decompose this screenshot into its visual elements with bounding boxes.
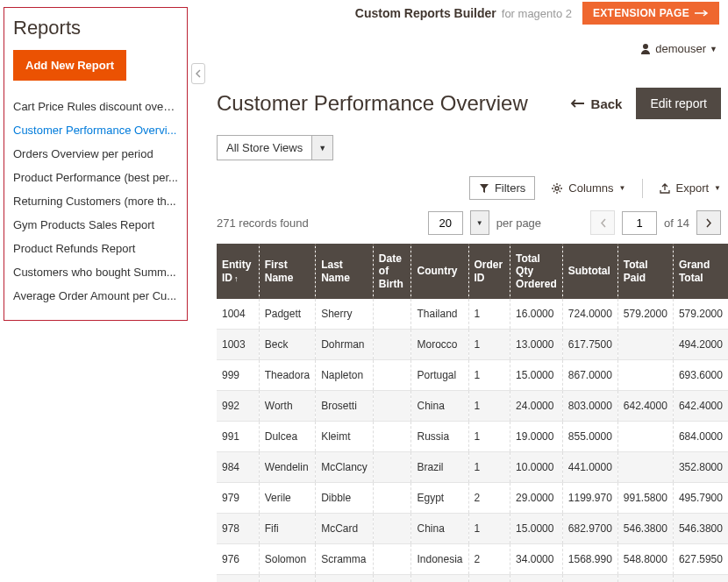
export-label: Export [676,181,710,195]
cell: 999 [217,360,259,391]
user-name: demouser [655,42,706,55]
store-view-select[interactable]: All Store Views ▼ [217,135,333,160]
per-page-dropdown[interactable]: ▼ [470,210,489,235]
cell: 15.0000 [510,360,563,391]
funnel-icon [479,183,489,194]
cell: 441.0000 [562,452,617,483]
cell: 10.0000 [510,452,563,483]
cell: 24.0000 [510,391,563,422]
column-header[interactable]: First Name [259,244,315,299]
cell: 1 [468,422,510,452]
page-input[interactable] [622,211,657,235]
cell [373,299,411,330]
cell: China [411,575,468,582]
sidebar-item[interactable]: Average Order Amount per Cu... [13,284,178,308]
filters-label: Filters [495,181,525,195]
cell: 693.6000 [673,360,728,391]
table-row[interactable]: 976SolomonScrammaIndonesia234.00001568.9… [217,544,728,575]
cell [617,452,673,483]
column-header[interactable]: Date of Birth [373,244,411,299]
column-header[interactable]: Total Paid [617,244,673,299]
cell: 579.2000 [617,299,673,330]
store-view-dropdown[interactable]: ▼ [312,135,333,160]
add-new-report-button[interactable]: Add New Report [13,50,126,81]
table-row[interactable]: 992WorthBrosettiChina124.0000803.0000642… [217,391,728,422]
column-header[interactable]: Order ID [468,244,510,299]
cell: Morocco [411,330,468,360]
sidebar-item[interactable]: Cart Price Rules discount overv... [13,95,178,118]
cell: 978 [217,514,259,544]
cell: 13.0000 [510,330,563,360]
cell: Dulcea [259,422,315,452]
table-row[interactable]: 991DulceaKleimtRussia119.0000855.0000684… [217,422,728,452]
cell [373,360,411,391]
cell: 867.0000 [562,360,617,391]
cell: 803.0000 [562,391,617,422]
sidebar-item[interactable]: Product Refunds Report [13,237,178,260]
cell: Cockram [316,575,374,582]
extension-page-button[interactable]: EXTENSION PAGE [582,2,719,25]
table-row[interactable]: 979VerileDibbleEgypt229.00001199.970991.… [217,483,728,514]
sidebar-item[interactable]: Product Performance (best per... [13,166,178,189]
cell: Sherry [316,299,374,330]
cell: Scramma [316,544,374,575]
cell: Beck [259,330,315,360]
column-header[interactable]: Subtotal [562,244,617,299]
sort-asc-icon: ↑ [234,274,239,283]
columns-button[interactable]: Columns ▼ [551,181,625,195]
cell: 992 [217,391,259,422]
cell: Ted [259,575,315,582]
cell: 1 [468,330,510,360]
sidebar-item[interactable]: Customer Performance Overvi... [13,118,178,142]
table-row[interactable]: 999TheadoraNapletonPortugal115.0000867.0… [217,360,728,391]
user-menu[interactable]: demouser ▼ [639,42,717,55]
cell: 1 [468,575,510,582]
cell: 724.0000 [562,299,617,330]
cell: 1199.970 [562,483,617,514]
table-row[interactable]: 973TedCockramChina120.0000966.0000772.80… [217,575,728,582]
back-button[interactable]: Back [570,96,623,111]
cell: Verile [259,483,315,514]
sidebar: Reports Add New Report Cart Price Rules … [4,7,188,321]
cell [373,391,411,422]
prev-page-button[interactable] [590,210,615,235]
next-page-button[interactable] [696,210,721,235]
filters-button[interactable]: Filters [469,176,535,200]
cell: 642.4000 [617,391,673,422]
cell: Wendelin [259,452,315,483]
chevron-left-icon [600,218,606,228]
extension-page-label: EXTENSION PAGE [593,7,689,19]
cell: Egypt [411,483,468,514]
sidebar-item[interactable]: Gym Products Sales Report [13,213,178,237]
per-page-label: per page [496,216,541,230]
cell: 1 [468,299,510,330]
column-header[interactable]: Grand Total [673,244,728,299]
edit-report-button[interactable]: Edit report [636,88,721,119]
cell: 1568.990 [562,544,617,575]
table-row[interactable]: 978FifiMcCardChina115.0000682.9700546.38… [217,514,728,544]
sidebar-collapse-handle[interactable] [191,63,205,84]
app-title: Custom Reports Builder [355,6,496,20]
table-row[interactable]: 1004PadgettSherryThailand116.0000724.000… [217,299,728,330]
cell [617,330,673,360]
cell: 966.0000 [562,575,617,582]
sidebar-item[interactable]: Returning Customers (more th... [13,189,178,213]
cell: Thailand [411,299,468,330]
export-icon [659,183,671,194]
column-header[interactable]: Country [411,244,468,299]
column-header[interactable]: Last Name [316,244,374,299]
sidebar-item[interactable]: Orders Overview per period [13,142,178,166]
app-subtitle: for magento 2 [502,7,572,20]
export-button[interactable]: Export ▼ [659,181,722,195]
cell [373,514,411,544]
column-header[interactable]: Entity ID↑ [217,244,259,299]
column-header[interactable]: Total Qty Ordered [510,244,563,299]
cell [617,360,673,391]
cell: 772.8000 [617,575,673,582]
cell: Portugal [411,360,468,391]
sidebar-item[interactable]: Customers who bought Summ... [13,260,178,284]
table-row[interactable]: 1003BeckDohrmanMorocco113.0000617.750049… [217,330,728,360]
per-page-input[interactable] [428,211,463,235]
top-bar: Custom Reports Builder for magento 2 EXT… [193,0,728,26]
table-row[interactable]: 984WendelinMcClancyBrazil110.0000441.000… [217,452,728,483]
